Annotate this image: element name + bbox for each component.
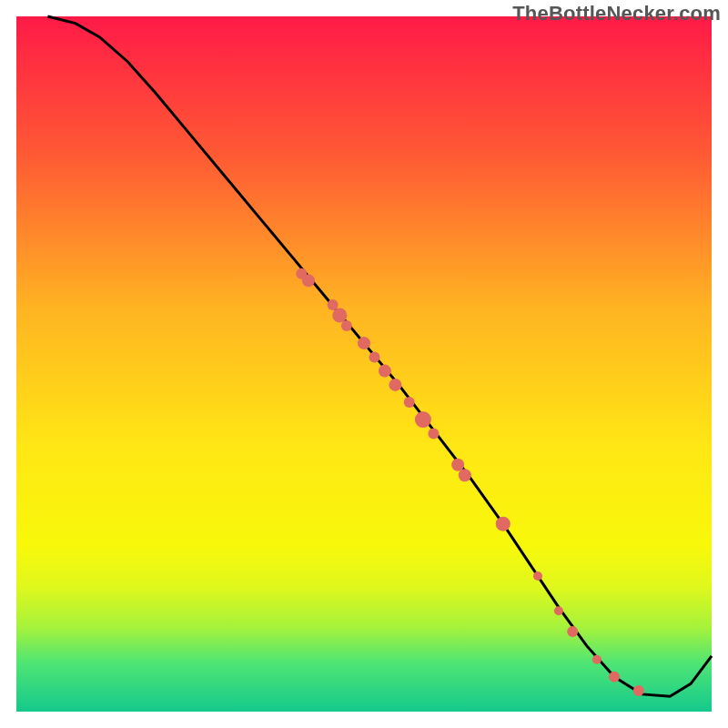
plot-svg bbox=[0, 0, 728, 728]
marker-dot bbox=[451, 459, 464, 471]
marker-dot bbox=[459, 469, 471, 481]
marker-dot bbox=[379, 365, 391, 378]
marker-dot bbox=[389, 379, 401, 391]
marker-dot bbox=[369, 351, 380, 362]
marker-dot bbox=[415, 411, 431, 428]
marker-dot bbox=[328, 299, 339, 310]
marker-dot bbox=[609, 672, 620, 682]
marker-dot bbox=[496, 517, 511, 531]
marker-dot bbox=[567, 626, 578, 637]
marker-dot bbox=[302, 274, 315, 287]
plot-area bbox=[16, 16, 712, 712]
marker-dot bbox=[633, 685, 644, 696]
marker-dot bbox=[341, 320, 352, 331]
marker-dot bbox=[554, 606, 563, 615]
marker-dot bbox=[404, 397, 415, 408]
marker-dot bbox=[428, 428, 439, 439]
marker-dot bbox=[332, 308, 347, 323]
marker-dot bbox=[358, 337, 370, 349]
bottleneck-plot bbox=[0, 0, 728, 728]
marker-dot bbox=[592, 655, 602, 664]
watermark-text: TheBottleNecker.com bbox=[512, 2, 721, 25]
marker-dot bbox=[533, 571, 542, 581]
